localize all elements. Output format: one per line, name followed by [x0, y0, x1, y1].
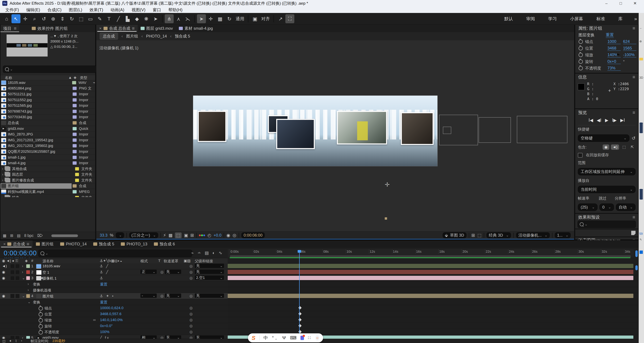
layer-switches[interactable]: ⚓ ╱ [100, 264, 109, 268]
layer-track[interactable] [228, 311, 639, 317]
pickwhip-icon[interactable]: ◎ [190, 336, 192, 339]
renderer-dropdown[interactable]: 经典 3D⌄ [486, 232, 511, 238]
matte-pickwhip-icon[interactable]: ◎ [160, 270, 164, 274]
label-chip[interactable] [26, 294, 30, 298]
timeline-row[interactable]: › › 变换 重置 ⌄ ◎ ⌄ [0, 281, 639, 287]
layer-track[interactable] [228, 305, 639, 311]
project-file-row[interactable]: 507511565.jpg Impor [0, 103, 95, 109]
label-chip[interactable] [72, 81, 76, 84]
expand-in-out-icon[interactable]: ⌇ [15, 339, 17, 343]
solo-toggle[interactable] [10, 276, 15, 280]
views-count-dropdown[interactable]: 1...⌄ [555, 232, 571, 238]
preserve-transparency-column[interactable]: T [158, 259, 160, 263]
project-file-row[interactable]: › 图片修改合成 文件夹 [0, 177, 95, 183]
view-dropdown[interactable]: 活动摄像机...⌄ [516, 232, 550, 238]
parent-dropdown[interactable]: 2.空1⌄ [195, 276, 224, 280]
effects-search-input[interactable]: ⌄ [578, 221, 636, 228]
photo-layer[interactable] [401, 112, 434, 145]
transport-button[interactable]: ▶ [605, 118, 608, 123]
tool-button[interactable]: ➤ [151, 14, 160, 23]
property-value-x[interactable]: 0x+0 [608, 59, 621, 64]
reset-link[interactable]: 重置 [606, 32, 614, 38]
close-icon[interactable]: × [3, 242, 6, 246]
solo-toggle[interactable] [10, 336, 15, 339]
layer-track[interactable] [228, 281, 639, 287]
fast-preview-icon[interactable]: ⚡ [163, 233, 166, 238]
property-value[interactable]: 140.0,140.0% [100, 318, 123, 322]
stopwatch-icon[interactable] [578, 46, 583, 50]
timeline-toggle-icon[interactable]: ⌁ [191, 250, 194, 256]
expand-icon[interactable]: › [0, 167, 5, 171]
layer-name[interactable]: 图片组 [42, 294, 54, 299]
workspace-tab[interactable]: 学习 [542, 16, 564, 22]
timeline-row[interactable]: ◉ ⌄ 4 图片组 ⌄ ⚓ ✦ ▪ -⌄ [0, 293, 639, 299]
tab-effect-controls[interactable]: 效果控件 图片组 [29, 25, 70, 32]
layer-track[interactable] [228, 275, 639, 281]
align-label[interactable]: 对齐 [261, 16, 270, 22]
expand-layer-switches-icon[interactable]: ◫ [2, 339, 6, 343]
photo-layer[interactable] [276, 119, 315, 149]
property-name[interactable]: 锚点 [44, 306, 52, 311]
exposure-value[interactable]: +0.0 [214, 233, 221, 238]
expand-transfer-controls-icon[interactable]: ✦ [9, 339, 12, 343]
project-file-row[interactable]: small-4.jpg Impor [0, 160, 95, 166]
timeline-row[interactable]: ◉ ⌄ 3 摄像机 1 ⌄ ⚓ ⌄ [0, 275, 639, 281]
mask-tool-button[interactable]: ⋔ [165, 14, 174, 23]
label-chip[interactable] [75, 196, 79, 197]
workspace-tab[interactable]: 默认 [498, 16, 520, 22]
label-chip[interactable] [75, 167, 79, 171]
pickwhip-icon[interactable]: ◎ [190, 264, 192, 268]
keyframe-icon[interactable] [298, 306, 302, 310]
snap-icon[interactable]: ↗ [276, 14, 285, 23]
label-chip[interactable] [26, 264, 30, 268]
property-value-x[interactable]: 3468 [608, 46, 621, 51]
timeline-row[interactable]: 旋转 0x+0.0° ⌄ ◎ ⌄ ◎ ⌄ [0, 323, 639, 329]
microphone-icon[interactable]: Ψ [282, 335, 286, 341]
property-group-name[interactable]: 变换 [33, 282, 40, 287]
layer-track[interactable] [228, 299, 639, 305]
roi-icon[interactable]: ⬚ [477, 233, 482, 238]
resolution-dropdown[interactable]: 自动⌄ [616, 204, 636, 211]
expand-icon[interactable]: › [22, 270, 23, 274]
expand-icon[interactable]: ⌄ [22, 276, 25, 280]
pickwhip-icon[interactable]: ◎ [190, 318, 192, 322]
project-file-row[interactable]: 科技hud视频元素.mp4 MPEG [0, 189, 95, 195]
timeline-toggle-icon[interactable]: ◐ [212, 250, 215, 256]
viewer-tab[interactable]: × 合成 总合成 ≡ [96, 25, 138, 32]
layer-duration-bar[interactable] [228, 276, 633, 280]
workspace-tab[interactable]: 审阅 [520, 16, 542, 22]
parent-dropdown[interactable]: 无⌄ [195, 264, 224, 268]
viewer-timecode[interactable]: 0:00:06:00 [241, 232, 265, 238]
timeline-search-input[interactable]: ⌄ [38, 250, 192, 257]
timeline-tab[interactable]: 图片组 [32, 240, 57, 248]
project-column-header[interactable]: 名称 ▲ ◈ 类型 [0, 75, 95, 80]
punctuation-button[interactable]: °， [272, 335, 278, 341]
eye-icon[interactable]: ◉ [2, 276, 5, 280]
av-features-columns[interactable]: ◉ ◄) ● ⚿ [2, 259, 18, 263]
panel-menu-icon[interactable]: ≡ [632, 110, 635, 115]
layer-name[interactable]: 摄像机 1 [42, 276, 56, 281]
sort-icon[interactable]: ▲ [68, 75, 72, 80]
workspace-tab[interactable]: 小屏幕 [564, 16, 590, 22]
parent-link-column[interactable]: 父级和链接 [195, 259, 213, 264]
layer-name[interactable]: 空 1 [42, 270, 49, 275]
timeline-tab[interactable]: PHOTO_13 [118, 240, 150, 248]
pickwhip-icon[interactable]: ◎ [190, 330, 192, 334]
timeline-tab[interactable]: 预合成 5 [90, 240, 118, 248]
axis-tool-button[interactable]: ↻ [225, 14, 234, 23]
project-search-input[interactable]: ⌄ [3, 66, 97, 73]
tool-button[interactable]: ✛ [21, 14, 30, 23]
vertical-scrollbar[interactable] [635, 250, 638, 257]
guides-icon[interactable]: ⊞ [190, 233, 194, 238]
property-value[interactable]: 10000.0,624.0 [100, 306, 124, 310]
project-file-row[interactable]: IMG_20171203_195602.jpg Impor [0, 143, 95, 149]
timeline-tab[interactable]: × 总合成 ≡ [0, 240, 32, 248]
label-chip[interactable] [26, 336, 30, 339]
number-column[interactable]: # [31, 259, 33, 263]
grid-view-icon[interactable]: ▦ [3, 233, 6, 238]
transport-button[interactable]: Ⅰ▶ [612, 118, 617, 123]
project-file-row[interactable]: QQ图片20250106155807.jpg Impor [0, 149, 95, 155]
menu-item[interactable]: 文件(F) [2, 7, 22, 13]
eye-icon[interactable]: ◉ [2, 336, 5, 339]
parent-dropdown[interactable]: 无⌄ [195, 270, 224, 274]
